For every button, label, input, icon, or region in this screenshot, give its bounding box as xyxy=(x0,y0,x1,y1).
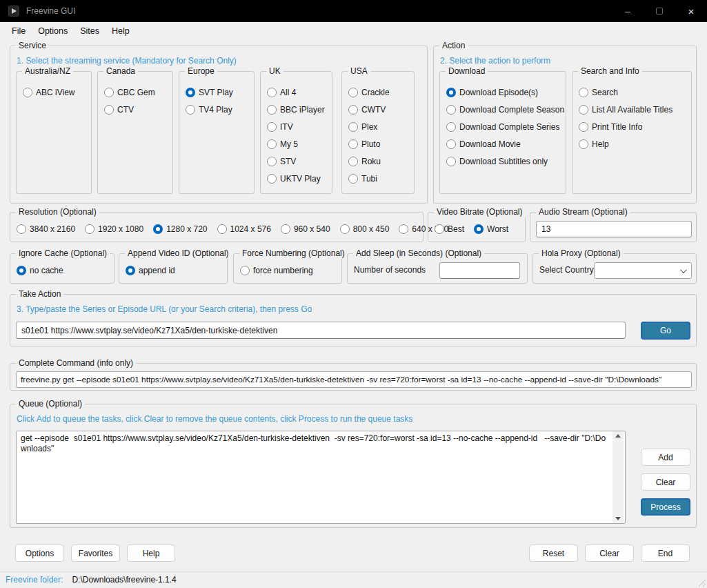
radio-1280x720[interactable]: 1280 x 720 xyxy=(153,224,207,234)
radio-bbc-iplayer[interactable]: BBC iPlayer xyxy=(267,104,325,115)
radio-3840x2160[interactable]: 3840 x 2160 xyxy=(17,224,75,234)
radio-label: CTV xyxy=(117,105,134,115)
radio-abc-iview[interactable]: ABC iView xyxy=(23,87,74,97)
radio-download-subtitles-only[interactable]: Download Subtitles only xyxy=(446,156,564,166)
add-button-label: Add xyxy=(658,453,673,462)
queue-textarea[interactable]: get --episode s01e01 https://www.svtplay… xyxy=(16,431,626,524)
minimize-button[interactable]: – xyxy=(612,0,644,22)
radio-label: no cache xyxy=(30,266,63,275)
radio-label: List All Available Titles xyxy=(592,105,673,115)
radio-best[interactable]: Best xyxy=(435,224,464,234)
status-label: Freevine folder: xyxy=(6,575,63,585)
radio-cwtv[interactable]: CWTV xyxy=(348,104,390,115)
radio-label: Worst xyxy=(487,224,508,234)
help-button-label: Help xyxy=(143,549,160,558)
radio-ctv[interactable]: CTV xyxy=(104,104,155,115)
clear-button[interactable]: Clear xyxy=(585,545,634,562)
radio-help-action[interactable]: Help xyxy=(579,139,673,149)
radio-label: ITV xyxy=(280,122,293,132)
radio-itv[interactable]: ITV xyxy=(267,121,325,132)
proxy-title: Hola Proxy (Optional) xyxy=(539,248,624,259)
action-search-info-group: Search and Info Search List All Availabl… xyxy=(572,71,692,194)
favorites-button[interactable]: Favorites xyxy=(71,545,120,562)
radio-icon xyxy=(17,224,26,234)
radio-download-movie[interactable]: Download Movie xyxy=(446,139,564,149)
menu-sites[interactable]: Sites xyxy=(74,23,106,39)
maximize-button[interactable] xyxy=(644,0,675,22)
menu-options[interactable]: Options xyxy=(32,23,74,39)
radio-1024x576[interactable]: 1024 x 576 xyxy=(217,224,271,234)
radio-cbc-gem[interactable]: CBC Gem xyxy=(104,87,155,97)
scroll-down-icon[interactable] xyxy=(615,517,621,520)
url-input[interactable] xyxy=(16,322,626,339)
radio-pluto[interactable]: Pluto xyxy=(348,139,390,149)
go-button[interactable]: Go xyxy=(641,322,690,340)
action-instruction: 2. Select the action to perform xyxy=(440,56,550,66)
radio-append-id[interactable]: append id xyxy=(126,265,175,275)
radio-no-cache[interactable]: no cache xyxy=(17,265,63,275)
search-info-title: Search and Info xyxy=(578,66,642,77)
radio-label: Search xyxy=(592,88,618,97)
menu-file[interactable]: File xyxy=(6,23,32,39)
radio-download-episodes[interactable]: Download Episode(s) xyxy=(446,87,564,97)
reset-button[interactable]: Reset xyxy=(529,545,578,562)
radio-icon xyxy=(267,88,277,97)
radio-stv[interactable]: STV xyxy=(267,156,325,166)
help-button[interactable]: Help xyxy=(127,545,175,562)
radio-plex[interactable]: Plex xyxy=(348,121,390,132)
radio-label: Crackle xyxy=(361,88,390,97)
add-button[interactable]: Add xyxy=(641,449,690,466)
scroll-up-icon[interactable] xyxy=(615,434,621,438)
process-button[interactable]: Process xyxy=(641,498,690,516)
radio-800x450[interactable]: 800 x 450 xyxy=(340,224,390,234)
radio-label: 800 x 450 xyxy=(353,224,390,234)
action-group-title: Action xyxy=(439,41,468,51)
radio-my-5[interactable]: My 5 xyxy=(267,139,325,149)
minimize-icon: – xyxy=(625,6,630,16)
radio-icon xyxy=(186,88,195,97)
radio-list-all-available-titles[interactable]: List All Available Titles xyxy=(579,104,673,115)
queue-scrollbar[interactable] xyxy=(613,431,624,523)
radio-svt-play[interactable]: SVT Play xyxy=(186,87,233,97)
radio-search[interactable]: Search xyxy=(579,87,673,97)
radio-worst[interactable]: Worst xyxy=(474,224,508,234)
radio-icon xyxy=(474,224,484,234)
close-button[interactable]: × xyxy=(675,0,707,22)
search-info-options: Search List All Available Titles Print T… xyxy=(579,87,673,149)
audio-stream-input[interactable] xyxy=(536,221,692,237)
radio-label: 1920 x 1080 xyxy=(98,224,143,234)
radio-icon xyxy=(435,224,444,234)
radio-print-title-info[interactable]: Print Title Info xyxy=(579,121,673,132)
radio-download-complete-season[interactable]: Download Complete Season xyxy=(446,104,564,115)
radio-label: Download Subtitles only xyxy=(459,157,548,166)
queue-instruction: Click Add to queue the tasks, click Clea… xyxy=(17,414,412,424)
radio-uktv-play[interactable]: UKTV Play xyxy=(267,173,325,184)
radio-tubi[interactable]: Tubi xyxy=(348,173,390,184)
radio-all-4[interactable]: All 4 xyxy=(267,87,325,97)
radio-1920x1080[interactable]: 1920 x 1080 xyxy=(85,224,143,234)
radio-crackle[interactable]: Crackle xyxy=(348,87,390,97)
app-window: Freevine GUI – × File Options Sites Help… xyxy=(0,0,707,588)
radio-roku[interactable]: Roku xyxy=(348,156,390,166)
sleep-input[interactable] xyxy=(439,262,520,279)
radio-icon xyxy=(23,88,32,97)
country-select[interactable] xyxy=(594,262,692,279)
queue-clear-button-label: Clear xyxy=(656,478,676,487)
radio-icon xyxy=(348,139,358,149)
radio-label: 3840 x 2160 xyxy=(30,224,75,234)
radio-download-complete-series[interactable]: Download Complete Series xyxy=(446,121,564,132)
end-button[interactable]: End xyxy=(641,545,690,562)
options-button[interactable]: Options xyxy=(15,545,64,562)
command-title: Complete Command (info only) xyxy=(16,358,136,369)
queue-clear-button[interactable]: Clear xyxy=(641,473,690,491)
radio-icon xyxy=(579,122,588,132)
radio-icon xyxy=(348,157,358,166)
radio-label: force numbering xyxy=(253,266,313,275)
radio-icon xyxy=(579,139,588,149)
radio-label: All 4 xyxy=(280,88,296,97)
resize-grip-icon[interactable] xyxy=(697,578,706,587)
radio-force-numbering[interactable]: force numbering xyxy=(240,265,313,275)
radio-960x540[interactable]: 960 x 540 xyxy=(281,224,330,234)
radio-tv4-play[interactable]: TV4 Play xyxy=(186,104,233,115)
menu-help[interactable]: Help xyxy=(106,23,136,39)
